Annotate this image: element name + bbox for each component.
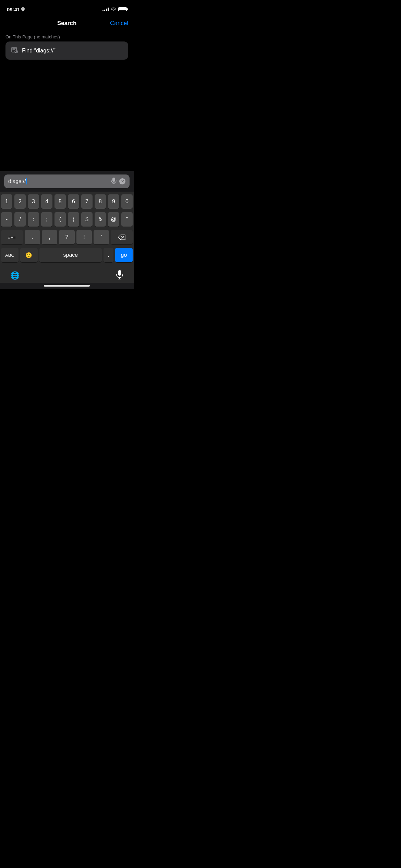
key-quote[interactable]: " [121,212,133,227]
status-icons [102,7,127,11]
keyboard: 1 2 3 4 5 6 7 8 9 0 - / : ; ( ) $ & @ " … [0,192,134,267]
find-icon [11,46,18,55]
key-8[interactable]: 8 [95,194,106,209]
key-dash[interactable]: - [1,212,12,227]
keyboard-row-symbols: - / : ; ( ) $ & @ " [1,212,133,227]
key-exclamation[interactable]: ! [76,230,92,244]
on-this-page-label: On This Page (no matches) [0,30,134,41]
text-cursor [26,178,27,184]
svg-line-4 [17,52,18,53]
globe-icon[interactable]: 🌐 [10,271,20,280]
battery-icon [118,7,127,11]
key-5[interactable]: 5 [54,194,66,209]
search-input-bar: diags:// ✕ [0,171,134,192]
mic-icon[interactable] [111,177,117,185]
cancel-button[interactable]: Cancel [110,20,128,27]
status-bar: 09:41 [0,0,134,16]
keyboard-row-numbers: 1 2 3 4 5 6 7 8 9 0 [1,194,133,209]
mic-icon-large[interactable] [116,270,123,281]
svg-rect-10 [118,270,121,276]
key-1[interactable]: 1 [1,194,12,209]
key-3[interactable]: 3 [28,194,39,209]
home-bar [44,285,90,287]
key-0[interactable]: 0 [121,194,133,209]
key-emoji[interactable]: 🙂 [20,248,38,262]
search-value-text: diags:// [8,178,26,184]
key-period-2[interactable]: . [104,248,113,262]
wifi-icon [111,7,116,11]
svg-rect-5 [112,178,115,182]
clear-button[interactable]: ✕ [119,178,125,184]
key-6[interactable]: 6 [68,194,79,209]
key-go[interactable]: go [115,248,133,262]
key-open-paren[interactable]: ( [54,212,66,227]
home-indicator [0,283,134,289]
search-header: Search Cancel [0,16,134,30]
status-time: 09:41 [7,7,25,12]
key-comma[interactable]: , [42,230,57,244]
keyboard-row-more: #+= . , ? ! ' [1,230,133,244]
signal-icon [102,7,109,11]
key-space[interactable]: space [39,248,102,262]
key-period[interactable]: . [25,230,40,244]
find-text: Find “diags://” [22,48,56,54]
content-area [0,60,134,171]
clock: 09:41 [7,7,20,12]
key-question[interactable]: ? [59,230,74,244]
search-field[interactable]: diags:// ✕ [4,174,130,188]
page-title: Search [57,20,77,27]
key-apostrophe[interactable]: ' [94,230,109,244]
key-dollar[interactable]: $ [81,212,93,227]
key-backspace[interactable] [111,230,133,244]
key-ampersand[interactable]: & [95,212,106,227]
key-colon[interactable]: : [28,212,39,227]
keyboard-row-bottom: ABC 🙂 space . go [1,248,133,262]
app-container: 09:41 Search Cancel O [0,0,134,289]
key-9[interactable]: 9 [108,194,119,209]
key-7[interactable]: 7 [81,194,93,209]
key-4[interactable]: 4 [41,194,52,209]
key-slash[interactable]: / [14,212,26,227]
key-abc[interactable]: ABC [1,248,19,262]
key-2[interactable]: 2 [14,194,26,209]
key-numpad-switch[interactable]: #+= [1,230,23,244]
key-at[interactable]: @ [108,212,119,227]
key-close-paren[interactable]: ) [68,212,79,227]
search-field-value: diags:// [8,178,108,185]
bottom-bar: 🌐 [0,267,134,283]
key-semicolon[interactable]: ; [41,212,52,227]
find-on-page-row[interactable]: Find “diags://” [5,41,128,60]
location-icon [21,7,25,12]
